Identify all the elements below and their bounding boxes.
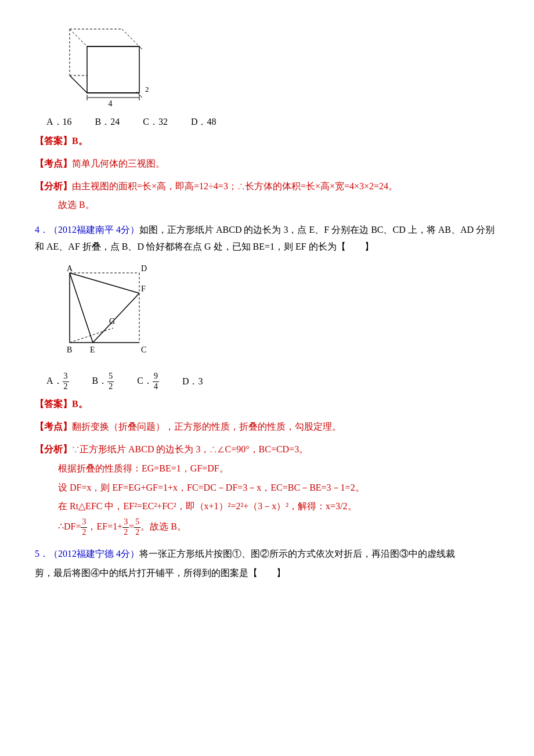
q4-fenxi4: 在 Rt△EFC 中，EF²=EC²+FC²，即（x+1）²=2²+（3－x）²… [58,498,499,515]
svg-line-21 [70,273,139,293]
q4-kaodian-text: 【考点】翻折变换（折叠问题），正方形的性质，折叠的性质，勾股定理。 [35,419,499,435]
svg-text:G: G [109,317,115,326]
q3-kaodian-label: 【考点】 [35,159,72,168]
q3-kaodian-text: 【考点】简单几何体的三视图。 [35,156,499,172]
svg-text:4: 4 [109,99,113,108]
q3-choices: A．16 B．24 C．32 D．48 [46,116,499,128]
q5-desc2: 剪，最后将图④中的纸片打开铺平，所得到的图案是【 】 [35,565,499,582]
svg-line-20 [70,273,93,343]
q4-answer-section: 【答案】B。 [35,396,499,413]
q4-fenxi1: ∵正方形纸片 ABCD 的边长为 3，∴∠C=90°，BC=CD=3。 [72,444,308,454]
svg-line-22 [93,293,139,343]
svg-text:E: E [90,345,95,354]
q4-answer: 【答案】B。 [35,396,499,413]
cube-figure: 4 2 [35,17,499,110]
q5-desc1: 将一张正方形纸片按图①、图②所示的方式依次对折后，再沿图③中的虚线裁 [139,549,455,559]
svg-line-2 [70,29,87,46]
q4-fenxi5-p4: 。故选 B。 [140,521,186,531]
q4-fenxi-header: 【分析】∵正方形纸片 ABCD 的边长为 3，∴∠C=90°，BC=CD=3。 [35,441,499,458]
q4-fenxi2: 根据折叠的性质得：EG=BE=1，GF=DF。 [58,460,499,477]
q3-choice-b: B．24 [95,116,120,128]
svg-line-1 [122,29,139,46]
svg-text:A: A [67,264,73,273]
q4-fenxi-section: 【分析】∵正方形纸片 ABCD 的边长为 3，∴∠C=90°，BC=CD=3。 … [35,441,499,538]
q4-choice-d: D．3 [182,376,203,388]
q4-kaodian-content: 翻折变换（折叠问题），正方形的性质，折叠的性质，勾股定理。 [72,422,341,431]
q3-answer: 【答案】B。 [35,133,499,150]
q4-fenxi-label: 【分析】 [35,444,72,454]
q4-kaodian-label: 【考点】 [35,422,72,431]
svg-rect-4 [87,46,139,93]
q4-choice-b: B．52 [92,372,114,392]
q4-frac2: 32 [122,517,129,538]
q4-fenxi3: 设 DF=x，则 EF=EG+GF=1+x，FC=DC－DF=3－x，EC=BC… [58,480,499,496]
q4-kaodian-section: 【考点】翻折变换（折叠问题），正方形的性质，折叠的性质，勾股定理。 [35,419,499,435]
q3-kaodian-content: 简单几何体的三视图。 [72,159,165,168]
q4-fenxi5-p3: = [129,521,134,531]
q4-title-text: 4．（2012福建南平 4分）如图，正方形纸片 ABCD 的边长为 3，点 E、… [35,222,499,255]
svg-text:B: B [67,345,72,354]
q3-fenxi-text: 【分析】由主视图的面积=长×高，即高=12÷4=3；∴长方体的体积=长×高×宽=… [35,178,499,195]
svg-text:2: 2 [145,85,149,93]
svg-text:C: C [141,345,146,354]
q3-choice-c: C．32 [143,116,168,128]
svg-text:F: F [141,285,146,293]
svg-text:D: D [141,264,147,273]
q4-frac1: 32 [81,517,87,538]
q3-answer-section: 【答案】B。 [35,133,499,150]
q4-section: 4．（2012福建南平 4分）如图，正方形纸片 ABCD 的边长为 3，点 E、… [35,222,499,255]
svg-line-6 [70,75,87,93]
q3-kaodian-section: 【考点】简单几何体的三视图。 [35,156,499,172]
q5-title: 5．（2012福建宁德 4分） [35,549,139,559]
q4-fenxi5-p2: ，EF=1+ [87,521,122,531]
q4-figure: A D B E C F G [35,261,499,366]
q4-title: 4．（2012福建南平 4分） [35,225,139,235]
q4-choice-a: A．32 [46,372,69,392]
q3-choice-d: D．48 [191,116,217,128]
q4-choices: A．32 B．52 C．94 D．3 [46,372,499,392]
q3-fenxi-content: 由主视图的面积=长×高，即高=12÷4=3；∴长方体的体积=长×高×宽=4×3×… [72,181,398,191]
q3-fenxi2: 故选 B。 [58,197,499,214]
q4-fenxi5-p1: ∴DF= [58,521,81,531]
q3-fenxi-section: 【分析】由主视图的面积=长×高，即高=12÷4=3；∴长方体的体积=长×高×宽=… [35,178,499,214]
svg-line-30 [70,328,113,343]
q5-title-text: 5．（2012福建宁德 4分）将一张正方形纸片按图①、图②所示的方式依次对折后，… [35,546,499,563]
q4-choice-c: C．94 [137,372,159,392]
q4-fenxi5: ∴DF=32，EF=1+32=52。故选 B。 [58,517,499,538]
q4-frac3: 52 [134,517,140,538]
q5-section: 5．（2012福建宁德 4分）将一张正方形纸片按图①、图②所示的方式依次对折后，… [35,546,499,582]
q3-choice-a: A．16 [46,116,72,128]
q3-fenxi-label: 【分析】 [35,181,72,191]
